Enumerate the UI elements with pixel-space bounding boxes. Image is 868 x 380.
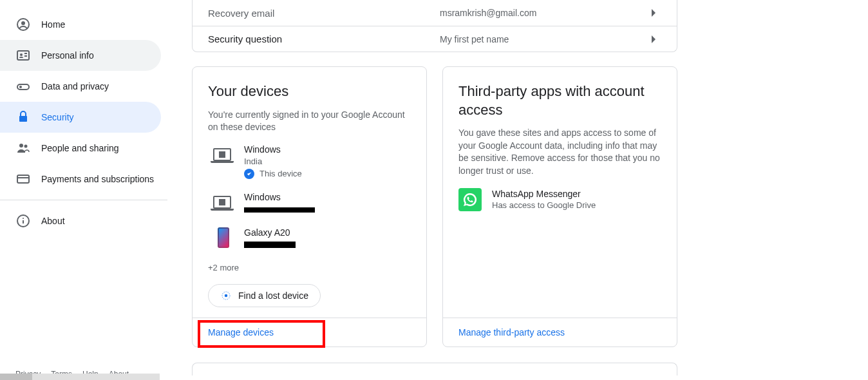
check-icon bbox=[244, 169, 254, 179]
scrollbar[interactable] bbox=[0, 374, 160, 380]
main-content: Recovery email msramkrish@gmail.com Secu… bbox=[192, 0, 677, 375]
sidebar-item-about[interactable]: About bbox=[0, 205, 161, 236]
sidebar-item-label: About bbox=[41, 216, 65, 226]
svg-point-9 bbox=[19, 144, 23, 147]
home-icon bbox=[15, 17, 31, 32]
svg-rect-11 bbox=[17, 175, 29, 183]
manage-third-party-link[interactable]: Manage third-party access bbox=[458, 327, 565, 337]
whatsapp-icon bbox=[458, 188, 482, 211]
device-name: Galaxy A20 bbox=[244, 227, 411, 238]
sidebar-item-label: Personal info bbox=[41, 50, 94, 61]
apps-desc: You gave these sites and apps access to … bbox=[458, 127, 661, 177]
next-card-top bbox=[192, 363, 677, 375]
sidebar-item-label: Data and privacy bbox=[41, 81, 109, 91]
svg-point-16 bbox=[225, 294, 228, 298]
sidebar-item-home[interactable]: Home bbox=[0, 9, 161, 40]
svg-rect-8 bbox=[19, 116, 27, 122]
sidebar: Home Personal info Data and privacy Secu… bbox=[0, 0, 167, 380]
row-label: Recovery email bbox=[208, 8, 440, 19]
sidebar-item-label: Home bbox=[41, 19, 65, 30]
sidebar-item-label: Payments and subscriptions bbox=[41, 174, 154, 184]
apps-footer: Manage third-party access bbox=[443, 318, 677, 347]
svg-point-7 bbox=[19, 86, 22, 88]
toggle-icon bbox=[15, 79, 31, 94]
more-devices-link[interactable]: +2 more bbox=[208, 263, 411, 272]
device-row[interactable]: Galaxy A20 bbox=[208, 227, 411, 250]
svg-point-15 bbox=[23, 218, 24, 219]
devices-footer: Manage devices bbox=[193, 318, 426, 347]
device-location: India bbox=[244, 157, 411, 166]
third-party-apps-card: Third-party apps with account access You… bbox=[442, 66, 677, 347]
devices-title: Your devices bbox=[208, 82, 411, 101]
location-icon bbox=[220, 290, 232, 301]
sidebar-item-security[interactable]: Security bbox=[0, 102, 161, 133]
people-icon bbox=[15, 140, 31, 156]
apps-title: Third-party apps with account access bbox=[458, 82, 661, 119]
sidebar-item-data-privacy[interactable]: Data and privacy bbox=[0, 71, 161, 102]
app-name: WhatsApp Messenger bbox=[492, 189, 596, 199]
row-value: My first pet name bbox=[440, 34, 646, 44]
laptop-icon bbox=[213, 193, 231, 211]
sidebar-item-label: Security bbox=[41, 112, 74, 122]
device-name: Windows bbox=[244, 192, 411, 202]
sidebar-item-people-sharing[interactable]: People and sharing bbox=[0, 133, 161, 164]
device-location-redacted bbox=[244, 207, 315, 213]
security-question-row[interactable]: Security question My first pet name bbox=[193, 26, 677, 52]
row-value: msramkrish@gmail.com bbox=[440, 8, 646, 18]
sidebar-item-personal-info[interactable]: Personal info bbox=[0, 40, 161, 71]
id-card-icon bbox=[15, 48, 31, 63]
lock-icon bbox=[15, 109, 31, 125]
sidebar-item-label: People and sharing bbox=[41, 143, 119, 153]
app-row[interactable]: WhatsApp Messenger Has access to Google … bbox=[458, 188, 661, 211]
devices-desc: You're currently signed in to your Googl… bbox=[208, 109, 411, 134]
svg-rect-6 bbox=[17, 84, 29, 90]
info-icon bbox=[15, 213, 31, 229]
app-access: Has access to Google Drive bbox=[492, 200, 596, 210]
chevron-right-icon bbox=[646, 8, 661, 18]
svg-point-10 bbox=[24, 145, 28, 148]
card-icon bbox=[15, 171, 31, 187]
svg-point-1 bbox=[21, 21, 25, 25]
device-location-redacted bbox=[244, 242, 296, 248]
recovery-email-row[interactable]: Recovery email msramkrish@gmail.com bbox=[193, 0, 677, 26]
device-name: Windows bbox=[244, 144, 411, 155]
laptop-icon bbox=[213, 146, 231, 164]
row-label: Security question bbox=[208, 33, 440, 44]
divider bbox=[0, 200, 167, 200]
device-row[interactable]: Windows India This device bbox=[208, 144, 411, 179]
find-lost-device-button[interactable]: Find a lost device bbox=[208, 284, 321, 307]
manage-devices-link[interactable]: Manage devices bbox=[208, 327, 274, 337]
sidebar-item-payments[interactable]: Payments and subscriptions bbox=[0, 164, 161, 195]
svg-rect-2 bbox=[17, 51, 29, 60]
this-device-badge: This device bbox=[244, 169, 411, 179]
phone-icon bbox=[213, 229, 231, 247]
your-devices-card: Your devices You're currently signed in … bbox=[192, 66, 427, 347]
device-row[interactable]: Windows bbox=[208, 192, 411, 214]
recovery-card: Recovery email msramkrish@gmail.com Secu… bbox=[192, 0, 677, 52]
chevron-right-icon bbox=[646, 34, 661, 44]
svg-point-3 bbox=[20, 53, 23, 56]
